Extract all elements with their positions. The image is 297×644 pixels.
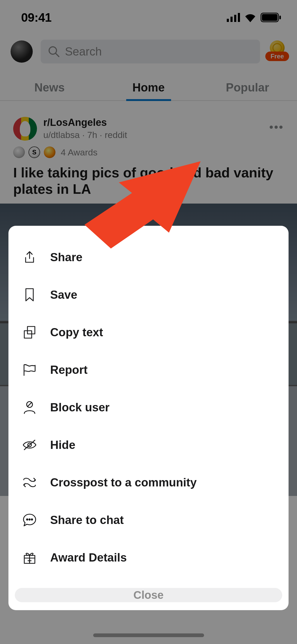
svg-point-17 bbox=[31, 519, 33, 520]
action-label: Save bbox=[50, 288, 77, 301]
gift-icon bbox=[22, 551, 37, 564]
action-crosspost[interactable]: Crosspost to a community bbox=[8, 464, 289, 501]
bookmark-icon bbox=[22, 288, 37, 302]
action-report[interactable]: Report bbox=[8, 351, 289, 389]
svg-point-15 bbox=[27, 519, 28, 520]
action-share-to-chat[interactable]: Share to chat bbox=[8, 501, 289, 539]
action-label: Share bbox=[50, 251, 82, 264]
block-user-icon bbox=[22, 400, 37, 415]
hide-icon bbox=[22, 439, 37, 451]
svg-rect-10 bbox=[24, 331, 32, 338]
action-award-details[interactable]: Award Details bbox=[8, 539, 289, 576]
action-label: Copy text bbox=[50, 326, 103, 339]
chat-icon bbox=[22, 513, 37, 527]
svg-point-16 bbox=[29, 519, 30, 520]
action-label: Share to chat bbox=[50, 513, 124, 527]
svg-line-12 bbox=[27, 402, 32, 407]
crosspost-icon bbox=[22, 476, 37, 489]
action-share[interactable]: Share bbox=[8, 238, 289, 276]
flag-icon bbox=[22, 363, 37, 376]
svg-rect-9 bbox=[27, 326, 35, 334]
action-copy-text[interactable]: Copy text bbox=[8, 314, 289, 351]
action-label: Block user bbox=[50, 401, 110, 414]
close-button[interactable]: Close bbox=[15, 588, 282, 602]
action-hide[interactable]: Hide bbox=[8, 426, 289, 464]
action-label: Award Details bbox=[50, 551, 127, 564]
share-icon bbox=[22, 251, 37, 264]
action-label: Hide bbox=[50, 438, 75, 452]
copy-icon bbox=[22, 325, 37, 339]
action-block-user[interactable]: Block user bbox=[8, 389, 289, 426]
action-label: Report bbox=[50, 363, 88, 376]
action-label: Crosspost to a community bbox=[50, 476, 197, 489]
home-indicator[interactable] bbox=[93, 633, 204, 637]
post-action-sheet: Share Save Copy text Report bbox=[8, 226, 289, 610]
action-save[interactable]: Save bbox=[8, 276, 289, 314]
